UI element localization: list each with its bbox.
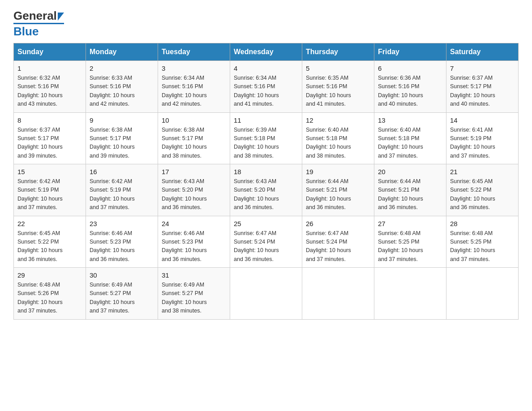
calendar-cell: 23 Sunrise: 6:46 AM Sunset: 5:23 PM Dayl… bbox=[86, 216, 158, 268]
column-header-monday: Monday bbox=[86, 43, 158, 61]
calendar-cell: 15 Sunrise: 6:42 AM Sunset: 5:19 PM Dayl… bbox=[14, 164, 86, 216]
day-number: 28 bbox=[450, 220, 515, 227]
calendar-cell: 24 Sunrise: 6:46 AM Sunset: 5:23 PM Dayl… bbox=[158, 216, 230, 268]
calendar-cell bbox=[446, 268, 519, 320]
day-info: Sunrise: 6:44 AM Sunset: 5:21 PM Dayligh… bbox=[378, 177, 442, 212]
day-info: Sunrise: 6:42 AM Sunset: 5:19 PM Dayligh… bbox=[17, 177, 82, 212]
day-number: 3 bbox=[162, 64, 226, 72]
day-number: 4 bbox=[234, 64, 298, 72]
day-number: 15 bbox=[17, 168, 82, 176]
day-number: 30 bbox=[90, 271, 154, 279]
calendar-week-row: 8 Sunrise: 6:37 AM Sunset: 5:17 PM Dayli… bbox=[14, 112, 519, 164]
logo-blue-text: Blue bbox=[13, 25, 39, 38]
calendar-cell: 17 Sunrise: 6:43 AM Sunset: 5:20 PM Dayl… bbox=[158, 164, 230, 216]
day-number: 6 bbox=[378, 64, 442, 72]
column-header-sunday: Sunday bbox=[14, 43, 86, 61]
day-number: 2 bbox=[90, 64, 154, 72]
day-info: Sunrise: 6:47 AM Sunset: 5:24 PM Dayligh… bbox=[306, 229, 370, 264]
calendar-cell: 9 Sunrise: 6:38 AM Sunset: 5:17 PM Dayli… bbox=[86, 112, 158, 164]
day-number: 19 bbox=[306, 168, 370, 176]
day-info: Sunrise: 6:48 AM Sunset: 5:25 PM Dayligh… bbox=[450, 229, 515, 264]
calendar-cell: 31 Sunrise: 6:49 AM Sunset: 5:27 PM Dayl… bbox=[158, 268, 230, 320]
calendar-cell: 14 Sunrise: 6:41 AM Sunset: 5:19 PM Dayl… bbox=[446, 112, 519, 164]
day-info: Sunrise: 6:43 AM Sunset: 5:20 PM Dayligh… bbox=[234, 177, 298, 212]
day-number: 29 bbox=[17, 271, 82, 279]
day-number: 10 bbox=[162, 116, 226, 124]
day-info: Sunrise: 6:49 AM Sunset: 5:27 PM Dayligh… bbox=[162, 281, 226, 316]
logo-arrow-icon bbox=[58, 13, 64, 21]
calendar-cell bbox=[374, 268, 446, 320]
day-info: Sunrise: 6:38 AM Sunset: 5:17 PM Dayligh… bbox=[90, 126, 154, 161]
calendar-cell: 10 Sunrise: 6:38 AM Sunset: 5:17 PM Dayl… bbox=[158, 112, 230, 164]
day-info: Sunrise: 6:40 AM Sunset: 5:18 PM Dayligh… bbox=[306, 126, 370, 161]
calendar-cell: 11 Sunrise: 6:39 AM Sunset: 5:18 PM Dayl… bbox=[230, 112, 302, 164]
day-number: 5 bbox=[306, 64, 370, 72]
calendar-cell: 6 Sunrise: 6:36 AM Sunset: 5:16 PM Dayli… bbox=[374, 61, 446, 113]
day-info: Sunrise: 6:33 AM Sunset: 5:16 PM Dayligh… bbox=[90, 74, 154, 109]
logo: General Blue bbox=[13, 9, 64, 39]
day-number: 16 bbox=[90, 168, 154, 176]
calendar-cell: 1 Sunrise: 6:32 AM Sunset: 5:16 PM Dayli… bbox=[14, 61, 86, 113]
calendar-cell: 27 Sunrise: 6:48 AM Sunset: 5:25 PM Dayl… bbox=[374, 216, 446, 268]
day-number: 14 bbox=[450, 116, 515, 124]
day-info: Sunrise: 6:48 AM Sunset: 5:26 PM Dayligh… bbox=[17, 281, 82, 316]
day-number: 18 bbox=[234, 168, 298, 176]
calendar-cell: 4 Sunrise: 6:34 AM Sunset: 5:16 PM Dayli… bbox=[230, 61, 302, 113]
calendar-cell: 13 Sunrise: 6:40 AM Sunset: 5:18 PM Dayl… bbox=[374, 112, 446, 164]
column-header-tuesday: Tuesday bbox=[158, 43, 230, 61]
calendar-cell: 29 Sunrise: 6:48 AM Sunset: 5:26 PM Dayl… bbox=[14, 268, 86, 320]
calendar-cell bbox=[302, 268, 374, 320]
day-number: 8 bbox=[17, 116, 82, 124]
calendar-cell: 30 Sunrise: 6:49 AM Sunset: 5:27 PM Dayl… bbox=[86, 268, 158, 320]
day-number: 27 bbox=[378, 220, 442, 227]
day-info: Sunrise: 6:35 AM Sunset: 5:16 PM Dayligh… bbox=[306, 74, 370, 109]
day-number: 21 bbox=[450, 168, 515, 176]
calendar-cell: 22 Sunrise: 6:45 AM Sunset: 5:22 PM Dayl… bbox=[14, 216, 86, 268]
calendar-cell: 20 Sunrise: 6:44 AM Sunset: 5:21 PM Dayl… bbox=[374, 164, 446, 216]
day-number: 24 bbox=[162, 220, 226, 227]
calendar-cell: 19 Sunrise: 6:44 AM Sunset: 5:21 PM Dayl… bbox=[302, 164, 374, 216]
day-number: 17 bbox=[162, 168, 226, 176]
calendar-cell bbox=[230, 268, 302, 320]
day-info: Sunrise: 6:34 AM Sunset: 5:16 PM Dayligh… bbox=[234, 74, 298, 109]
day-info: Sunrise: 6:46 AM Sunset: 5:23 PM Dayligh… bbox=[90, 229, 154, 264]
calendar-week-row: 29 Sunrise: 6:48 AM Sunset: 5:26 PM Dayl… bbox=[14, 268, 519, 320]
column-header-thursday: Thursday bbox=[302, 43, 374, 61]
day-info: Sunrise: 6:37 AM Sunset: 5:17 PM Dayligh… bbox=[17, 126, 82, 161]
day-info: Sunrise: 6:38 AM Sunset: 5:17 PM Dayligh… bbox=[162, 126, 226, 161]
calendar-week-row: 22 Sunrise: 6:45 AM Sunset: 5:22 PM Dayl… bbox=[14, 216, 519, 268]
calendar-cell: 18 Sunrise: 6:43 AM Sunset: 5:20 PM Dayl… bbox=[230, 164, 302, 216]
calendar-cell: 12 Sunrise: 6:40 AM Sunset: 5:18 PM Dayl… bbox=[302, 112, 374, 164]
calendar-cell: 5 Sunrise: 6:35 AM Sunset: 5:16 PM Dayli… bbox=[302, 61, 374, 113]
day-info: Sunrise: 6:34 AM Sunset: 5:16 PM Dayligh… bbox=[162, 74, 226, 109]
column-header-saturday: Saturday bbox=[446, 43, 519, 61]
day-info: Sunrise: 6:42 AM Sunset: 5:19 PM Dayligh… bbox=[90, 177, 154, 212]
calendar-cell: 28 Sunrise: 6:48 AM Sunset: 5:25 PM Dayl… bbox=[446, 216, 519, 268]
day-info: Sunrise: 6:41 AM Sunset: 5:19 PM Dayligh… bbox=[450, 126, 515, 161]
day-number: 26 bbox=[306, 220, 370, 227]
calendar-table: SundayMondayTuesdayWednesdayThursdayFrid… bbox=[13, 43, 519, 320]
day-info: Sunrise: 6:40 AM Sunset: 5:18 PM Dayligh… bbox=[378, 126, 442, 161]
day-number: 1 bbox=[17, 64, 82, 72]
day-info: Sunrise: 6:37 AM Sunset: 5:17 PM Dayligh… bbox=[450, 74, 515, 109]
day-info: Sunrise: 6:44 AM Sunset: 5:21 PM Dayligh… bbox=[306, 177, 370, 212]
calendar-header-row: SundayMondayTuesdayWednesdayThursdayFrid… bbox=[14, 43, 519, 61]
day-number: 23 bbox=[90, 220, 154, 227]
calendar-week-row: 1 Sunrise: 6:32 AM Sunset: 5:16 PM Dayli… bbox=[14, 61, 519, 113]
calendar-cell: 3 Sunrise: 6:34 AM Sunset: 5:16 PM Dayli… bbox=[158, 61, 230, 113]
calendar-cell: 7 Sunrise: 6:37 AM Sunset: 5:17 PM Dayli… bbox=[446, 61, 519, 113]
calendar-cell: 8 Sunrise: 6:37 AM Sunset: 5:17 PM Dayli… bbox=[14, 112, 86, 164]
day-number: 11 bbox=[234, 116, 298, 124]
day-info: Sunrise: 6:32 AM Sunset: 5:16 PM Dayligh… bbox=[17, 74, 82, 109]
calendar-cell: 16 Sunrise: 6:42 AM Sunset: 5:19 PM Dayl… bbox=[86, 164, 158, 216]
day-number: 25 bbox=[234, 220, 298, 227]
day-info: Sunrise: 6:43 AM Sunset: 5:20 PM Dayligh… bbox=[162, 177, 226, 212]
day-number: 13 bbox=[378, 116, 442, 124]
column-header-friday: Friday bbox=[374, 43, 446, 61]
day-number: 9 bbox=[90, 116, 154, 124]
day-info: Sunrise: 6:36 AM Sunset: 5:16 PM Dayligh… bbox=[378, 74, 442, 109]
calendar-cell: 21 Sunrise: 6:45 AM Sunset: 5:22 PM Dayl… bbox=[446, 164, 519, 216]
calendar-cell: 25 Sunrise: 6:47 AM Sunset: 5:24 PM Dayl… bbox=[230, 216, 302, 268]
column-header-wednesday: Wednesday bbox=[230, 43, 302, 61]
day-number: 7 bbox=[450, 64, 515, 72]
